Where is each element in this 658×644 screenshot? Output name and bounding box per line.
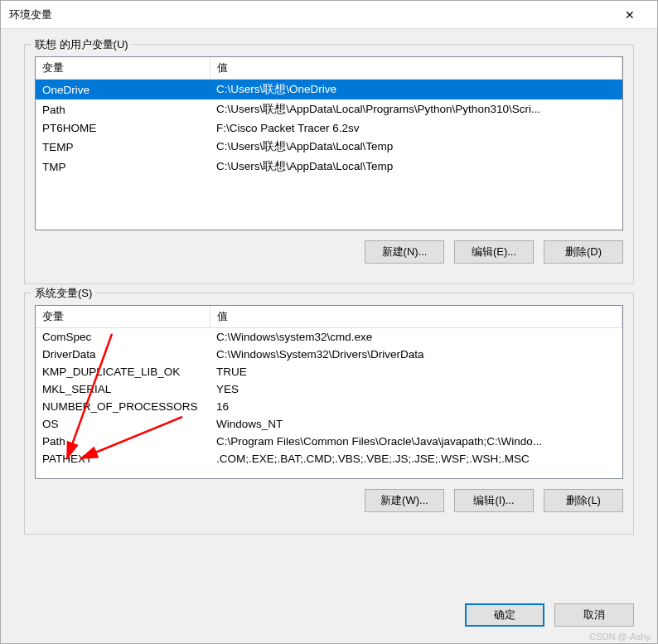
cell-value: F:\Cisco Packet Tracer 6.2sv <box>210 119 622 137</box>
cell-value: C:\Windows\System32\Drivers\DriverData <box>210 346 622 363</box>
user-vars-buttons: 新建(N)... 编辑(E)... 删除(D) <box>35 240 623 264</box>
cell-value: C:\Users\联想\OneDrive <box>210 80 622 100</box>
sys-vars-group: 系统变量(S) 变量 值 ComSpecC:\Windows\system32\… <box>24 293 634 535</box>
cell-value: .COM;.EXE;.BAT;.CMD;.VBS;.VBE;.JS;.JSE;.… <box>210 450 622 467</box>
dialog-title: 环境变量 <box>9 7 611 22</box>
cell-variable: Path <box>36 99 210 119</box>
sys-edit-button[interactable]: 编辑(I)... <box>454 489 534 512</box>
cell-variable: Path <box>36 433 210 450</box>
cancel-button[interactable]: 取消 <box>554 603 634 627</box>
user-new-button[interactable]: 新建(N)... <box>365 240 444 264</box>
table-row[interactable]: TEMPC:\Users\联想\AppData\Local\Temp <box>36 137 622 157</box>
col-variable[interactable]: 变量 <box>36 306 210 328</box>
user-vars-label: 联想 的用户变量(U) <box>31 37 132 52</box>
col-value[interactable]: 值 <box>210 57 622 80</box>
sys-vars-label: 系统变量(S) <box>31 286 95 301</box>
close-button[interactable]: ✕ <box>611 2 649 27</box>
table-row[interactable]: TMPC:\Users\联想\AppData\Local\Temp <box>36 157 622 177</box>
dialog-footer: 确定 取消 <box>1 595 657 643</box>
cell-value: C:\Users\联想\AppData\Local\Temp <box>210 157 622 177</box>
cell-variable: PT6HOME <box>36 119 210 137</box>
table-row[interactable]: PathC:\Users\联想\AppData\Local\Programs\P… <box>36 99 622 119</box>
close-icon: ✕ <box>625 8 635 22</box>
cell-value: C:\Users\联想\AppData\Local\Temp <box>210 137 622 157</box>
sys-vars-buttons: 新建(W)... 编辑(I)... 删除(L) <box>35 489 623 512</box>
user-vars-group: 联想 的用户变量(U) 变量 值 OneDriveC:\Users\联想\One… <box>24 44 634 284</box>
ok-button[interactable]: 确定 <box>465 603 544 627</box>
cell-variable: DriverData <box>36 346 210 363</box>
sys-vars-table: 变量 值 ComSpecC:\Windows\system32\cmd.exeD… <box>36 306 622 467</box>
user-delete-button[interactable]: 删除(D) <box>544 240 623 264</box>
cell-variable: ComSpec <box>36 328 210 346</box>
watermark: CSDN @-Ashy. <box>589 632 652 642</box>
cell-variable: NUMBER_OF_PROCESSORS <box>36 398 210 415</box>
table-row[interactable]: PT6HOMEF:\Cisco Packet Tracer 6.2sv <box>36 119 622 137</box>
env-vars-dialog: 环境变量 ✕ 联想 的用户变量(U) 变量 值 OneDriveC:\Users… <box>0 0 658 644</box>
table-row[interactable]: OSWindows_NT <box>36 415 622 433</box>
cell-variable: OneDrive <box>36 80 210 100</box>
sys-new-button[interactable]: 新建(W)... <box>365 489 444 512</box>
cell-variable: MKL_SERIAL <box>36 380 210 398</box>
table-row[interactable]: ComSpecC:\Windows\system32\cmd.exe <box>36 328 622 346</box>
table-row[interactable]: OneDriveC:\Users\联想\OneDrive <box>36 80 622 100</box>
cell-variable: TEMP <box>36 137 210 157</box>
table-row[interactable]: KMP_DUPLICATE_LIB_OKTRUE <box>36 363 622 380</box>
user-vars-table: 变量 值 OneDriveC:\Users\联想\OneDrivePathC:\… <box>36 57 622 177</box>
table-row[interactable]: MKL_SERIALYES <box>36 380 622 398</box>
user-vars-table-wrap[interactable]: 变量 值 OneDriveC:\Users\联想\OneDrivePathC:\… <box>35 56 623 230</box>
cell-value: TRUE <box>210 363 622 380</box>
cell-value: 16 <box>210 398 622 415</box>
col-variable[interactable]: 变量 <box>36 57 210 80</box>
cell-variable: KMP_DUPLICATE_LIB_OK <box>36 363 210 380</box>
cell-value: YES <box>210 380 622 398</box>
titlebar: 环境变量 ✕ <box>1 1 657 29</box>
user-edit-button[interactable]: 编辑(E)... <box>454 240 534 264</box>
cell-value: Windows_NT <box>210 415 622 433</box>
table-row[interactable]: PathC:\Program Files\Common Files\Oracle… <box>36 433 622 450</box>
cell-value: C:\Users\联想\AppData\Local\Programs\Pytho… <box>210 99 622 119</box>
cell-variable: PATHEXT <box>36 450 210 467</box>
dialog-body: 联想 的用户变量(U) 变量 值 OneDriveC:\Users\联想\One… <box>1 29 657 595</box>
table-row[interactable]: DriverDataC:\Windows\System32\Drivers\Dr… <box>36 346 622 363</box>
cell-value: C:\Program Files\Common Files\Oracle\Jav… <box>210 433 622 450</box>
cell-variable: OS <box>36 415 210 433</box>
sys-delete-button[interactable]: 删除(L) <box>544 489 623 512</box>
cell-variable: TMP <box>36 157 210 177</box>
table-header-row: 变量 值 <box>36 57 622 80</box>
sys-vars-table-wrap[interactable]: 变量 值 ComSpecC:\Windows\system32\cmd.exeD… <box>35 305 623 479</box>
table-row[interactable]: NUMBER_OF_PROCESSORS16 <box>36 398 622 415</box>
table-row[interactable]: PATHEXT.COM;.EXE;.BAT;.CMD;.VBS;.VBE;.JS… <box>36 450 622 467</box>
table-header-row: 变量 值 <box>36 306 622 328</box>
cell-value: C:\Windows\system32\cmd.exe <box>210 328 622 346</box>
col-value[interactable]: 值 <box>210 306 622 328</box>
